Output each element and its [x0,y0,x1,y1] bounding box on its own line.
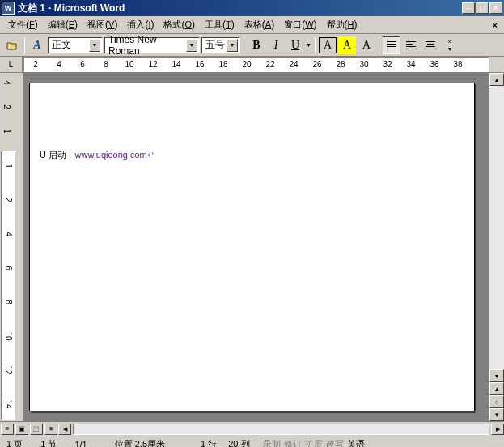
maximize-button[interactable]: □ [476,2,489,14]
menu-insert[interactable]: 插入(I) [122,17,159,32]
align-justify-button[interactable] [383,36,400,54]
app-icon[interactable]: W [2,2,15,15]
styles-icon[interactable]: A [28,36,46,54]
url-text: www.uqidong.com [75,150,147,160]
horizontal-ruler[interactable]: 2468101214161820222426283032343638 [23,57,489,72]
scroll-down-button[interactable]: ▼ [489,369,504,382]
status-ovr[interactable]: 改写 [326,438,344,447]
status-lang[interactable]: 英语 [347,438,365,447]
document-page[interactable]: U 启动 www.uqidong.com↵ [29,83,475,411]
status-pages: 1/1 [74,440,87,448]
toolbar-overflow-button[interactable]: »▾ [441,36,459,54]
font-value: Times New Roman [107,34,186,57]
formatting-toolbar: A 正文 ▼ Times New Roman ▼ 五号 ▼ B I U ▼ A … [0,34,504,57]
chevron-down-icon[interactable]: ▼ [227,39,238,52]
scroll-left-button[interactable]: ◀ [58,424,71,435]
size-dropdown[interactable]: 五号 ▼ [201,37,240,53]
status-section: 1 节 [40,438,57,447]
size-value: 五号 [204,38,227,52]
align-center-button[interactable] [421,36,439,54]
scroll-up-button[interactable]: ▲ [489,73,504,86]
menu-tools[interactable]: 工具(T) [200,17,239,32]
vertical-ruler-margin: 421 [0,73,15,150]
status-rev[interactable]: 修订 [284,438,302,447]
style-value: 正文 [50,38,89,52]
underline-button[interactable]: U [286,36,304,54]
ruler-corner[interactable]: L [0,57,23,72]
minimize-button[interactable]: ─ [462,2,475,14]
chevron-down-icon[interactable]: ▼ [186,39,197,52]
menu-edit[interactable]: 编辑(E) [43,17,83,32]
doc-close-button[interactable]: × [489,20,501,30]
horizontal-ruler-row: L 2468101214161820222426283032343638 [0,57,504,73]
bold-button[interactable]: B [248,36,265,54]
char-shading-button[interactable]: A [338,36,356,54]
menubar: 文件(F) 编辑(E) 视图(V) 插入(I) 格式(O) 工具(T) 表格(A… [0,16,504,34]
document-body[interactable]: U 启动 www.uqidong.com↵ [40,148,464,161]
style-dropdown[interactable]: 正文 ▼ [48,37,103,53]
normal-view-button[interactable]: ≡ [1,424,14,435]
window-title: 文档 1 - Microsoft Word [18,2,462,15]
workspace: 421 12468101214 U 启动 www.uqidong.com↵ ▲ … [0,73,504,421]
browse-object-button[interactable]: ○ [489,395,504,408]
web-view-button[interactable]: ▣ [15,424,28,435]
text-run: U 启动 [40,150,66,160]
vertical-ruler[interactable]: 12468101214 [1,151,15,420]
scroll-track[interactable] [489,86,504,369]
prev-page-button[interactable]: ▴ [489,382,504,395]
status-line: 1 行 [201,438,217,447]
horizontal-scroll-track[interactable] [73,424,489,435]
menu-window[interactable]: 窗口(W) [279,17,321,32]
align-left-button[interactable] [402,36,420,54]
open-button[interactable] [3,36,21,54]
italic-button[interactable]: I [267,36,285,54]
next-page-button[interactable]: ▾ [489,408,504,421]
chevron-down-icon[interactable]: ▼ [306,42,311,48]
statusbar: 1 页 1 节 1/1 位置 2.5厘米 1 行 20 列 录制 修订 扩展 改… [0,436,504,447]
status-position: 位置 2.5厘米 [115,438,165,447]
paragraph-mark-icon: ↵ [147,150,155,160]
menu-format[interactable]: 格式(O) [159,17,200,32]
vertical-scrollbar[interactable]: ▲ ▼ ▴ ○ ▾ [489,73,504,421]
status-rec[interactable]: 录制 [263,438,281,447]
font-color-button[interactable]: A [358,36,375,54]
status-col: 20 列 [228,438,249,447]
font-dropdown[interactable]: Times New Roman ▼ [104,37,200,53]
chevron-down-icon[interactable]: ▼ [89,39,100,52]
menu-file[interactable]: 文件(F) [3,17,43,32]
outline-view-button[interactable]: ≋ [44,424,57,435]
print-view-button[interactable]: ⬚ [30,424,43,435]
scroll-right-button[interactable]: ▶ [491,424,504,435]
menu-view[interactable]: 视图(V) [83,17,122,32]
view-strip: ≡ ▣ ⬚ ≋ ◀ ▶ [0,421,504,436]
menu-table[interactable]: 表格(A) [239,17,279,32]
close-button[interactable]: ✕ [489,2,502,14]
menu-help[interactable]: 帮助(H) [322,17,362,32]
status-ext[interactable]: 扩展 [305,438,323,447]
status-page: 1 页 [6,438,23,447]
char-border-button[interactable]: A [319,37,337,53]
titlebar: W 文档 1 - Microsoft Word ─ □ ✕ [0,0,504,16]
